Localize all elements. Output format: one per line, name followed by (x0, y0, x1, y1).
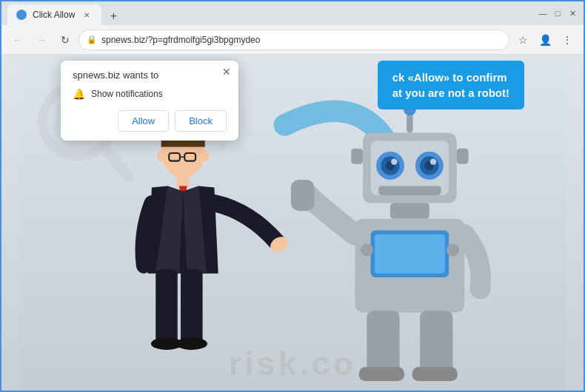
forward-button[interactable]: → (31, 30, 52, 50)
bookmark-button[interactable]: ☆ (512, 30, 533, 50)
title-bar: Click Allow ✕ + — □ ✕ (1, 1, 584, 25)
svg-rect-42 (367, 311, 399, 373)
svg-point-29 (430, 158, 436, 164)
tab-close-button[interactable]: ✕ (81, 9, 93, 21)
popup-notification-row: 🔔 Show notifications (73, 88, 227, 100)
callout-box: ck «Allow» to confirm at you are not a r… (378, 61, 524, 109)
svg-point-28 (391, 158, 397, 164)
minimize-button[interactable]: — (538, 8, 548, 18)
notification-row-label: Show notifications (91, 89, 163, 99)
svg-rect-33 (457, 149, 469, 164)
svg-point-40 (447, 244, 459, 257)
svg-point-11 (157, 151, 165, 162)
allow-button[interactable]: Allow (118, 110, 169, 132)
popup-title: spnews.biz wants to (73, 70, 227, 81)
active-tab[interactable]: Click Allow ✕ (7, 4, 101, 25)
svg-rect-38 (375, 234, 445, 274)
popup-buttons: Allow Block (73, 110, 227, 132)
callout-line2: at you are not a robot! (392, 85, 509, 101)
new-tab-button[interactable]: + (104, 7, 122, 25)
svg-rect-32 (351, 149, 363, 164)
svg-rect-34 (378, 186, 441, 195)
svg-rect-30 (407, 113, 412, 132)
svg-rect-17 (181, 269, 203, 343)
svg-rect-41 (291, 180, 315, 211)
url-text: spnews.biz/?p=gfrdmolfgi5gi3bpgmydeo (101, 35, 501, 45)
popup-close-button[interactable]: ✕ (222, 67, 231, 77)
maximize-button[interactable]: □ (552, 8, 563, 18)
svg-point-39 (361, 244, 373, 257)
tab-bar: Click Allow ✕ + (7, 1, 533, 25)
svg-text:risk.co: risk.co (229, 345, 356, 382)
lock-icon: 🔒 (87, 35, 97, 44)
nav-bar: ← → ↻ 🔒 spnews.biz/?p=gfrdmolfgi5gi3bpgm… (1, 25, 584, 55)
svg-point-12 (201, 151, 209, 162)
svg-rect-44 (359, 367, 404, 381)
refresh-button[interactable]: ↻ (55, 30, 76, 50)
svg-rect-43 (420, 311, 452, 373)
svg-rect-16 (156, 269, 178, 343)
block-button[interactable]: Block (175, 110, 227, 132)
notification-popup: ✕ spnews.biz wants to 🔔 Show notificatio… (61, 61, 238, 141)
tab-favicon (16, 10, 27, 20)
browser-window: Click Allow ✕ + — □ ✕ ← → ↻ 🔒 spnews.biz… (0, 0, 585, 392)
profile-button[interactable]: 👤 (535, 30, 555, 50)
svg-point-19 (176, 337, 207, 350)
address-bar[interactable]: 🔒 spnews.biz/?p=gfrdmolfgi5gi3bpgmydeo (78, 30, 509, 50)
nav-right-icons: ☆ 👤 ⋮ (512, 30, 578, 50)
svg-rect-13 (177, 175, 190, 188)
close-window-button[interactable]: ✕ (567, 8, 578, 18)
back-button[interactable]: ← (7, 30, 28, 50)
svg-rect-45 (412, 367, 458, 381)
page-content: risk.co (1, 55, 584, 391)
window-controls: — □ ✕ (538, 8, 578, 18)
menu-button[interactable]: ⋮ (557, 30, 578, 50)
tab-title: Click Allow (33, 10, 75, 20)
svg-rect-35 (390, 203, 429, 219)
callout-line1: ck «Allow» to confirm (392, 70, 509, 85)
bell-icon: 🔔 (73, 88, 85, 100)
